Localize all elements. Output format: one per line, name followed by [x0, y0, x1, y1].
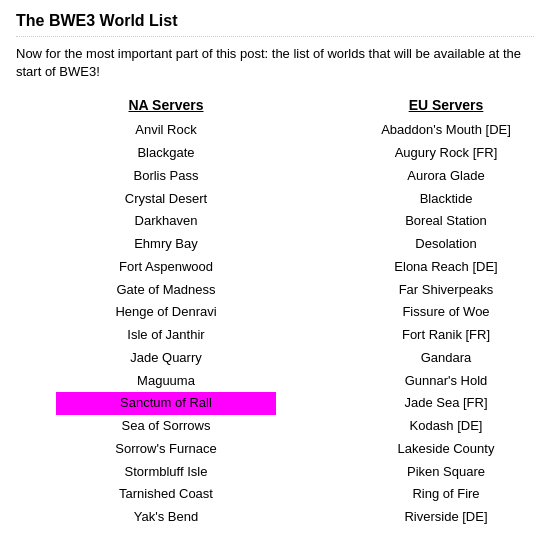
- eu-column-header: EU Servers: [336, 97, 550, 113]
- list-item: Darkhaven: [56, 210, 276, 233]
- list-item: Ehmry Bay: [56, 233, 276, 256]
- list-item: Lakeside County: [336, 438, 550, 461]
- list-item: Blacktide: [336, 188, 550, 211]
- list-item: Fort Aspenwood: [56, 256, 276, 279]
- list-item: Sea of Sorrows: [56, 415, 276, 438]
- list-item: Blackgate: [56, 142, 276, 165]
- list-item: Riverside [DE]: [336, 506, 550, 529]
- list-item: Boreal Station: [336, 210, 550, 233]
- list-item: Abaddon's Mouth [DE]: [336, 119, 550, 142]
- list-item: Jade Sea [FR]: [336, 392, 550, 415]
- list-item: Far Shiverpeaks: [336, 279, 550, 302]
- list-item: Yak's Bend: [56, 506, 276, 529]
- list-item: Isle of Janthir: [56, 324, 276, 347]
- list-item: Sanctum of Rall: [56, 392, 276, 415]
- list-item: Maguuma: [56, 370, 276, 393]
- list-item: Anvil Rock: [56, 119, 276, 142]
- list-item: Ruins of Surmia: [336, 529, 550, 533]
- list-item: Gandara: [336, 347, 550, 370]
- list-item: Ring of Fire: [336, 483, 550, 506]
- list-item: Aurora Glade: [336, 165, 550, 188]
- intro-text: Now for the most important part of this …: [16, 45, 534, 81]
- list-item: Sorrow's Furnace: [56, 438, 276, 461]
- list-item: Tarnished Coast: [56, 483, 276, 506]
- list-item: Henge of Denravi: [56, 301, 276, 324]
- list-item: Augury Rock [FR]: [336, 142, 550, 165]
- list-item: Piken Square: [336, 461, 550, 484]
- list-item: Kodash [DE]: [336, 415, 550, 438]
- list-item: Fort Ranik [FR]: [336, 324, 550, 347]
- list-item: Borlis Pass: [56, 165, 276, 188]
- na-server-column: NA Servers Anvil RockBlackgateBorlis Pas…: [56, 97, 276, 533]
- page-title: The BWE3 World List: [16, 12, 534, 37]
- list-item: Fissure of Woe: [336, 301, 550, 324]
- servers-container: NA Servers Anvil RockBlackgateBorlis Pas…: [16, 97, 534, 533]
- list-item: Desolation: [336, 233, 550, 256]
- list-item: Jade Quarry: [56, 347, 276, 370]
- na-column-header: NA Servers: [56, 97, 276, 113]
- list-item: Gate of Madness: [56, 279, 276, 302]
- eu-server-list: Abaddon's Mouth [DE]Augury Rock [FR]Auro…: [336, 119, 550, 533]
- list-item: Stormbluff Isle: [56, 461, 276, 484]
- list-item: Gunnar's Hold: [336, 370, 550, 393]
- na-server-list: Anvil RockBlackgateBorlis PassCrystal De…: [56, 119, 276, 529]
- list-item: Crystal Desert: [56, 188, 276, 211]
- list-item: Elona Reach [DE]: [336, 256, 550, 279]
- eu-server-column: EU Servers Abaddon's Mouth [DE]Augury Ro…: [336, 97, 550, 533]
